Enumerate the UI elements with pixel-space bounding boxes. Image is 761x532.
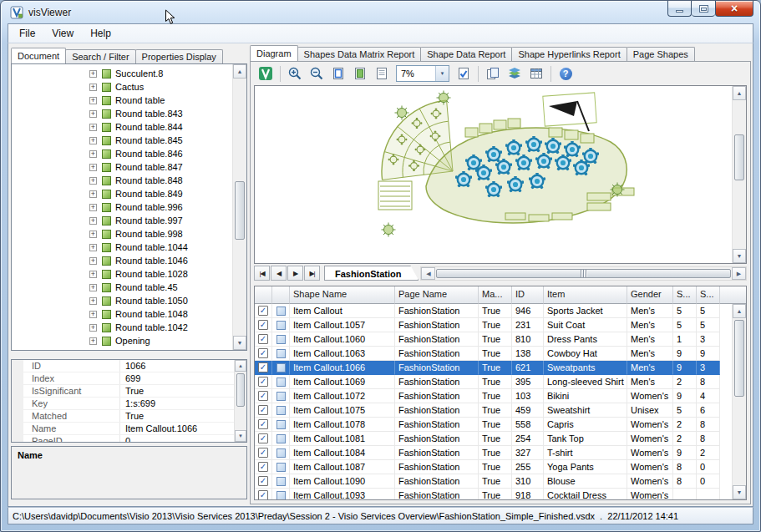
menu-item-help[interactable]: Help — [82, 25, 119, 42]
diagram-canvas[interactable]: ▲ ▼ — [254, 85, 747, 264]
grid-row[interactable]: ✓Item Callout.1060FashionStationTrue810D… — [255, 332, 720, 347]
close-button[interactable]: × — [715, 1, 753, 17]
row-checkbox[interactable]: ✓ — [258, 391, 268, 401]
grid-row[interactable]: ✓Item Callout.1072FashionStationTrue103B… — [255, 389, 720, 403]
canvas-vertical-scrollbar[interactable]: ▲ ▼ — [732, 86, 746, 263]
tree-vertical-scrollbar[interactable]: ▲ ▼ — [232, 64, 246, 350]
grid-row[interactable]: ✓Item Callout.1090FashionStationTrue310B… — [255, 474, 720, 489]
row-checkbox[interactable]: ✓ — [258, 419, 268, 429]
expand-icon[interactable]: + — [89, 337, 97, 345]
column-header-s[interactable]: S... — [673, 286, 697, 304]
zoom-out-button[interactable] — [307, 64, 327, 84]
scroll-up-icon[interactable]: ▲ — [733, 86, 746, 100]
scroll-down-icon[interactable]: ▼ — [235, 430, 246, 442]
tree-item-round-table-1046[interactable]: +Round table.1046 — [12, 254, 246, 267]
column-header-ma[interactable]: Ma... — [479, 286, 512, 304]
expand-icon[interactable]: + — [89, 244, 97, 251]
title-bar[interactable]: visViewer — [1, 1, 760, 23]
grid-row[interactable]: ✓Item Callout.1069FashionStationTrue395L… — [255, 375, 720, 389]
tree-item-round-table-997[interactable]: +Round table.997 — [12, 214, 246, 227]
tree-item-round-table[interactable]: +Round table — [12, 94, 246, 107]
column-header-gender[interactable]: Gender — [627, 286, 673, 304]
column-header-id[interactable]: ID — [512, 286, 544, 304]
tree-item-round-table-1042[interactable]: +Round table.1042 — [12, 321, 246, 334]
expand-icon[interactable]: + — [89, 97, 97, 104]
expand-icon[interactable]: + — [89, 164, 97, 171]
expand-icon[interactable]: + — [89, 231, 97, 238]
tab-diagram[interactable]: Diagram — [250, 45, 298, 61]
expand-icon[interactable]: + — [89, 110, 97, 118]
grid-row[interactable]: ✓Item Callout.1087FashionStationTrue255Y… — [255, 460, 720, 474]
scroll-up-icon[interactable]: ▲ — [733, 304, 746, 318]
menu-item-view[interactable]: View — [43, 25, 82, 42]
expand-icon[interactable]: + — [89, 150, 97, 158]
tree-scroll-thumb[interactable] — [235, 181, 245, 240]
report-grid-button[interactable] — [526, 64, 546, 84]
expand-icon[interactable]: + — [89, 124, 97, 131]
row-checkbox[interactable]: ✓ — [258, 462, 268, 472]
tree-item-opening[interactable]: +Opening — [12, 334, 246, 347]
tree-item-round-table-1050[interactable]: +Round table.1050 — [12, 294, 246, 307]
expand-icon[interactable]: + — [89, 324, 97, 332]
canvas-scroll-thumb[interactable] — [734, 134, 744, 180]
help-button[interactable]: ? — [556, 64, 576, 84]
row-checkbox[interactable]: ✓ — [258, 490, 268, 500]
zoom-in-button[interactable] — [285, 64, 305, 84]
tree-item-round-table-847[interactable]: +Round table.847 — [12, 160, 246, 174]
page-strip-scrollbar[interactable]: ◀ ▶ — [420, 266, 747, 281]
grid-row[interactable]: ✓Item Callout.1093FashionStationTrue918C… — [255, 489, 720, 500]
property-row-index[interactable]: Index699 — [12, 372, 246, 385]
property-vertical-scrollbar[interactable]: ▲ ▼ — [234, 360, 246, 442]
expand-icon[interactable]: + — [89, 70, 97, 78]
column-header-shape-name[interactable]: Shape Name — [290, 286, 395, 304]
tree-item-round-table-846[interactable]: +Round table.846 — [12, 147, 246, 160]
column-header-s[interactable]: S... — [697, 286, 720, 304]
tree-item-round-table-1048[interactable]: +Round table.1048 — [12, 307, 246, 321]
tree-item-round-table-45[interactable]: +Round table.45 — [12, 281, 246, 294]
grid-scroll-thumb[interactable] — [734, 320, 744, 397]
tab-shape-data-report[interactable]: Shape Data Report — [420, 47, 512, 61]
row-checkbox[interactable]: ✓ — [258, 334, 268, 344]
row-checkbox[interactable]: ✓ — [258, 448, 268, 458]
tree-item-round-table-998[interactable]: +Round table.998 — [12, 227, 246, 241]
column-header-item[interactable]: Item — [544, 286, 627, 304]
expand-icon[interactable]: + — [89, 190, 97, 198]
expand-icon[interactable]: + — [89, 177, 97, 185]
scroll-right-icon[interactable]: ▶ — [732, 267, 746, 280]
tab-page-shapes[interactable]: Page Shapes — [627, 47, 695, 61]
grid-row[interactable]: ✓Item CalloutFashionStationTrue946Sports… — [255, 304, 720, 318]
visio-app-button[interactable] — [256, 64, 276, 84]
minimize-button[interactable] — [667, 1, 692, 17]
page-tab-fashionstation[interactable]: FashionStation — [324, 266, 419, 281]
grid-row[interactable]: ✓Item Callout.1063FashionStationTrue138C… — [255, 347, 720, 361]
expand-icon[interactable]: + — [89, 271, 97, 278]
tree-item-round-table-1044[interactable]: +Round table.1044 — [12, 241, 246, 254]
property-grid[interactable]: ID1066Index699IsSignificantTrueKey1:s:69… — [11, 359, 247, 443]
page-strip-scroll-thumb[interactable] — [436, 269, 731, 278]
row-checkbox[interactable]: ✓ — [258, 320, 268, 330]
tab-properties-display[interactable]: Properties Display — [135, 49, 223, 63]
actual-size-button[interactable] — [372, 64, 392, 84]
property-row-issignificant[interactable]: IsSignificantTrue — [12, 385, 246, 398]
scroll-up-icon[interactable]: ▲ — [235, 360, 246, 372]
tree-item-round-table-996[interactable]: +Round table.996 — [12, 200, 246, 214]
row-checkbox[interactable]: ✓ — [258, 405, 268, 415]
fit-width-button[interactable] — [350, 64, 370, 84]
row-checkbox[interactable]: ✓ — [258, 362, 268, 372]
expand-icon[interactable]: + — [89, 311, 97, 318]
last-page-button[interactable]: ▶| — [304, 266, 320, 281]
row-checkbox[interactable]: ✓ — [258, 348, 268, 358]
zoom-combobox[interactable]: 7% ▼ — [396, 65, 449, 82]
scroll-up-icon[interactable]: ▲ — [233, 64, 246, 79]
first-page-button[interactable]: |◀ — [254, 266, 270, 281]
grid-row[interactable]: ✓Item Callout.1078FashionStationTrue558C… — [255, 418, 720, 432]
combo-dropdown-button[interactable]: ▼ — [435, 66, 449, 81]
tab-search-filter[interactable]: Search / Filter — [65, 49, 135, 63]
row-checkbox[interactable]: ✓ — [258, 433, 268, 443]
property-row-key[interactable]: Key1:s:699 — [12, 398, 246, 410]
property-scroll-thumb[interactable] — [236, 373, 245, 407]
column-header-page-name[interactable]: Page Name — [395, 286, 479, 304]
column-header-blank[interactable] — [272, 286, 290, 304]
scroll-left-icon[interactable]: ◀ — [421, 267, 435, 280]
scroll-down-icon[interactable]: ▼ — [233, 336, 246, 350]
